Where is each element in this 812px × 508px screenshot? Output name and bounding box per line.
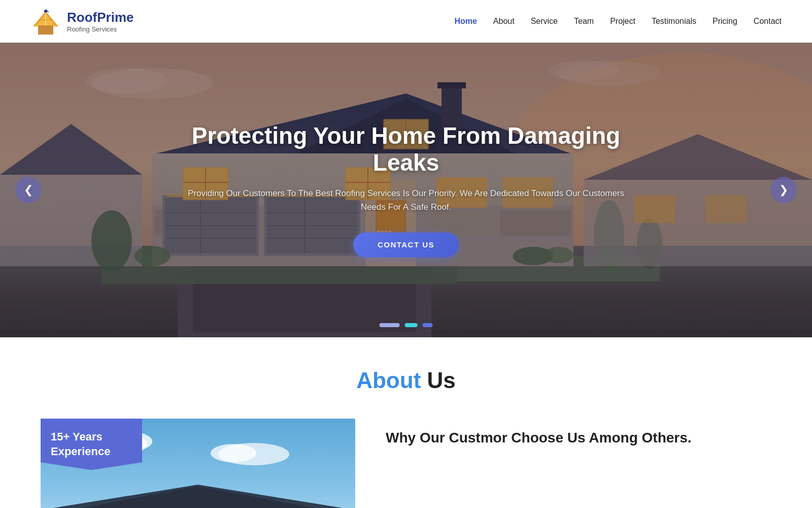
logo-subtitle: Roofing Services xyxy=(67,25,133,33)
svg-point-79 xyxy=(211,444,256,462)
logo-title: RoofPrime xyxy=(67,10,133,25)
about-section: About Us 15+ Years Experience xyxy=(0,337,812,508)
nav-link-team[interactable]: Team xyxy=(574,17,594,25)
about-image-column: 15+ Years Experience xyxy=(41,419,355,508)
experience-badge: 15+ Years Experience xyxy=(41,419,142,470)
hero-dots xyxy=(380,323,433,327)
nav-links: Home About Service Team Project Testimon… xyxy=(454,17,782,26)
nav-item-project[interactable]: Project xyxy=(610,17,635,26)
hero-section: 5221 ❮ Protecting Your Home From Damagin… xyxy=(0,43,812,337)
chevron-right-icon: ❯ xyxy=(779,183,788,197)
nav-link-home[interactable]: Home xyxy=(454,17,477,25)
nav-link-project[interactable]: Project xyxy=(610,17,635,25)
about-heading: About Us xyxy=(41,368,771,393)
about-heading-rest: Us xyxy=(421,368,455,393)
nav-link-testimonials[interactable]: Testimonials xyxy=(652,17,696,25)
nav-item-home[interactable]: Home xyxy=(454,17,477,26)
hero-title: Protecting Your Home From Damaging Leaks xyxy=(178,122,634,176)
nav-item-team[interactable]: Team xyxy=(574,17,594,26)
nav-link-contact[interactable]: Contact xyxy=(754,17,782,25)
nav-item-testimonials[interactable]: Testimonials xyxy=(652,17,696,26)
nav-item-contact[interactable]: Contact xyxy=(754,17,782,26)
nav-link-about[interactable]: About xyxy=(493,17,515,25)
about-text-title: Why Our Custmor Choose Us Among Others. xyxy=(386,429,771,447)
navbar: RoofPrime Roofing Services Home About Se… xyxy=(0,0,812,43)
nav-item-service[interactable]: Service xyxy=(531,17,558,26)
hero-dot-2[interactable] xyxy=(405,323,418,327)
about-heading-blue: About xyxy=(356,368,421,393)
logo-text: RoofPrime Roofing Services xyxy=(67,10,133,33)
hero-subtitle: Providing Our Customers To The Best Roof… xyxy=(178,186,634,214)
contact-us-button[interactable]: CONTACT US xyxy=(353,233,459,258)
nav-link-service[interactable]: Service xyxy=(531,17,558,25)
logo-icon xyxy=(30,6,61,37)
hero-dot-1[interactable] xyxy=(380,323,400,327)
logo[interactable]: RoofPrime Roofing Services xyxy=(30,6,133,37)
hero-content: Protecting Your Home From Damaging Leaks… xyxy=(178,122,634,257)
hero-prev-button[interactable]: ❮ xyxy=(15,177,42,203)
hero-dot-3[interactable] xyxy=(423,323,433,327)
hero-next-button[interactable]: ❯ xyxy=(770,177,797,203)
nav-item-pricing[interactable]: Pricing xyxy=(713,17,737,26)
about-content: 15+ Years Experience xyxy=(41,419,771,508)
svg-rect-2 xyxy=(38,25,53,35)
chevron-left-icon: ❮ xyxy=(24,183,33,197)
about-text-column: Why Our Custmor Choose Us Among Others. xyxy=(386,419,771,457)
nav-item-about[interactable]: About xyxy=(493,17,515,26)
nav-link-pricing[interactable]: Pricing xyxy=(713,17,737,25)
